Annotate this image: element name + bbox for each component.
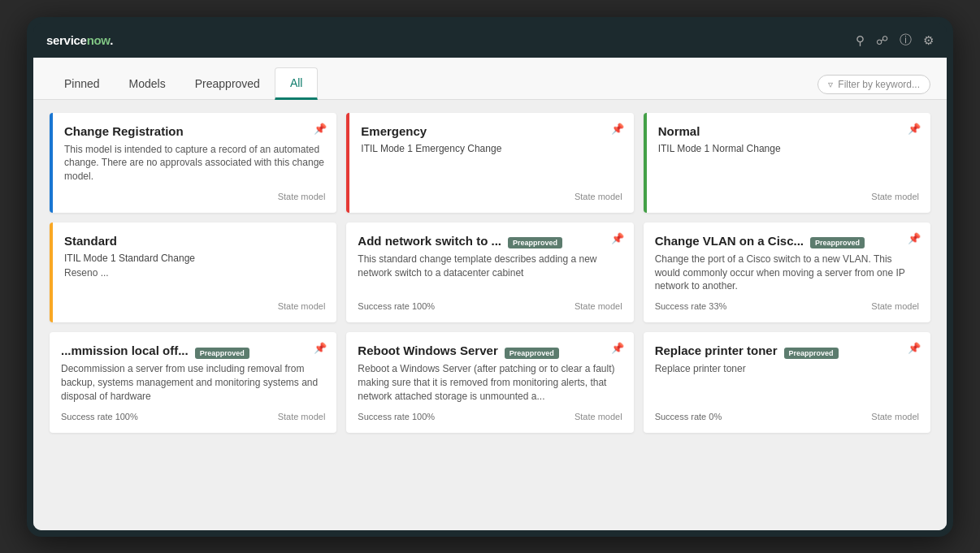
card-subtitle: ITIL Mode 1 Standard Change xyxy=(64,253,325,264)
success-rate: Success rate 100% xyxy=(358,301,435,311)
filter-placeholder: Filter by keyword... xyxy=(838,79,920,90)
card-decommission[interactable]: ...mmission local off... Preapproved Dec… xyxy=(50,332,336,432)
card-title-row: Replace printer toner Preapproved xyxy=(655,343,919,362)
state-model: State model xyxy=(871,301,919,311)
card-title: Normal xyxy=(658,124,919,138)
card-desc: Change the port of a Cisco switch to a n… xyxy=(655,253,919,293)
card-title: Standard xyxy=(64,234,325,248)
card-desc: Reboot a Windows Server (after patching … xyxy=(358,362,622,403)
card-standard[interactable]: Standard ITIL Mode 1 Standard Change Res… xyxy=(50,222,336,322)
success-rate: Success rate 100% xyxy=(358,412,435,421)
state-model: State model xyxy=(278,301,326,311)
card-title-row: Add network switch to ... Preapproved xyxy=(358,234,622,253)
pin-icon[interactable]: 📌 xyxy=(314,123,327,135)
state-model: State model xyxy=(278,412,326,421)
card-title: Change VLAN on a Cisc... xyxy=(655,234,804,248)
card-replace-printer-toner[interactable]: Replace printer toner Preapproved Replac… xyxy=(644,332,930,432)
filter-box[interactable]: ▿ Filter by keyword... xyxy=(817,75,930,94)
preapproved-badge: Preapproved xyxy=(508,237,562,248)
card-title-row: Change VLAN on a Cisc... Preapproved xyxy=(655,234,919,253)
content-area: Change Registration This model is intend… xyxy=(33,100,947,530)
card-reboot-windows[interactable]: Reboot Windows Server Preapproved Reboot… xyxy=(346,332,633,432)
card-desc: This model is intended to capture a reco… xyxy=(64,143,325,184)
card-subtitle: ITIL Mode 1 Normal Change xyxy=(658,143,919,154)
card-emergency[interactable]: Emergency ITIL Mode 1 Emergency Change S… xyxy=(346,113,633,213)
pin-icon[interactable]: 📌 xyxy=(908,123,921,135)
tab-preapproved[interactable]: Preapproved xyxy=(180,69,275,100)
tab-all[interactable]: All xyxy=(275,67,319,100)
card-title-row: Reboot Windows Server Preapproved xyxy=(358,343,622,362)
card-title: Change Registration xyxy=(64,124,325,138)
card-desc: Decommission a server from use including… xyxy=(61,362,325,403)
card-title: Emergency xyxy=(361,124,622,138)
card-footer: Success rate 33% State model xyxy=(655,301,919,311)
state-model: State model xyxy=(871,412,919,421)
card-title: Replace printer toner xyxy=(655,343,778,357)
card-subtitle: ITIL Mode 1 Emergency Change xyxy=(361,143,622,154)
search-icon[interactable]: ⚲ xyxy=(856,33,865,48)
topbar: servicenow. ⚲ ☍ ⓘ ⚙ xyxy=(33,24,947,58)
share-icon[interactable]: ☍ xyxy=(876,33,888,48)
unpin-icon[interactable]: 📌 xyxy=(908,342,921,354)
success-rate: Success rate 33% xyxy=(655,301,727,311)
card-title: Reboot Windows Server xyxy=(358,343,497,357)
topbar-icons: ⚲ ☍ ⓘ ⚙ xyxy=(856,32,934,48)
preapproved-badge: Preapproved xyxy=(195,348,249,359)
pin-icon[interactable]: 📌 xyxy=(611,123,624,135)
card-title: Add network switch to ... xyxy=(358,234,501,248)
unpin-icon[interactable]: 📌 xyxy=(908,232,921,244)
help-icon[interactable]: ⓘ xyxy=(900,32,912,48)
filter-icon: ▿ xyxy=(828,79,833,90)
reseno-text: Reseno ... xyxy=(64,267,325,279)
tab-pinned[interactable]: Pinned xyxy=(50,69,115,100)
card-footer: Success rate 100% State model xyxy=(61,412,325,421)
card-normal[interactable]: Normal ITIL Mode 1 Normal Change State m… xyxy=(644,113,930,213)
card-desc: Replace printer toner xyxy=(655,362,919,403)
state-model: State model xyxy=(278,192,326,201)
card-footer: State model xyxy=(658,192,919,201)
state-model: State model xyxy=(575,412,622,421)
preapproved-badge: Preapproved xyxy=(784,348,839,359)
tabs-bar: Pinned Models Preapproved All ▿ Filter b… xyxy=(33,58,947,100)
preapproved-badge: Preapproved xyxy=(505,348,559,359)
state-model: State model xyxy=(575,192,622,201)
tab-models[interactable]: Models xyxy=(115,69,180,100)
card-title-row: ...mmission local off... Preapproved xyxy=(61,343,325,362)
card-footer: Success rate 0% State model xyxy=(655,412,919,421)
card-add-network-switch[interactable]: Add network switch to ... Preapproved Th… xyxy=(346,222,633,322)
main-content: Pinned Models Preapproved All ▿ Filter b… xyxy=(33,58,947,530)
device-frame: servicenow. ⚲ ☍ ⓘ ⚙ Pinned Models Preapp… xyxy=(27,17,953,537)
card-footer: State model xyxy=(361,192,622,201)
settings-icon[interactable]: ⚙ xyxy=(923,33,934,48)
state-model: State model xyxy=(575,301,622,311)
card-footer: State model xyxy=(64,301,325,311)
pin-icon[interactable]: 📌 xyxy=(611,342,624,354)
logo: servicenow. xyxy=(46,33,113,47)
success-rate: Success rate 100% xyxy=(61,412,138,421)
card-title: ...mmission local off... xyxy=(61,343,189,357)
card-change-vlan[interactable]: Change VLAN on a Cisc... Preapproved Cha… xyxy=(644,222,930,322)
card-footer: State model xyxy=(64,192,325,201)
tabs: Pinned Models Preapproved All xyxy=(50,67,318,99)
state-model: State model xyxy=(871,192,919,201)
unpin-icon[interactable]: 📌 xyxy=(314,342,327,354)
preapproved-badge: Preapproved xyxy=(810,237,865,248)
card-footer: Success rate 100% State model xyxy=(358,412,622,421)
card-change-registration[interactable]: Change Registration This model is intend… xyxy=(50,113,336,213)
card-desc: This standard change template describes … xyxy=(358,253,622,293)
pin-icon[interactable]: 📌 xyxy=(611,232,624,244)
card-footer: Success rate 100% State model xyxy=(358,301,622,311)
success-rate: Success rate 0% xyxy=(655,412,722,421)
